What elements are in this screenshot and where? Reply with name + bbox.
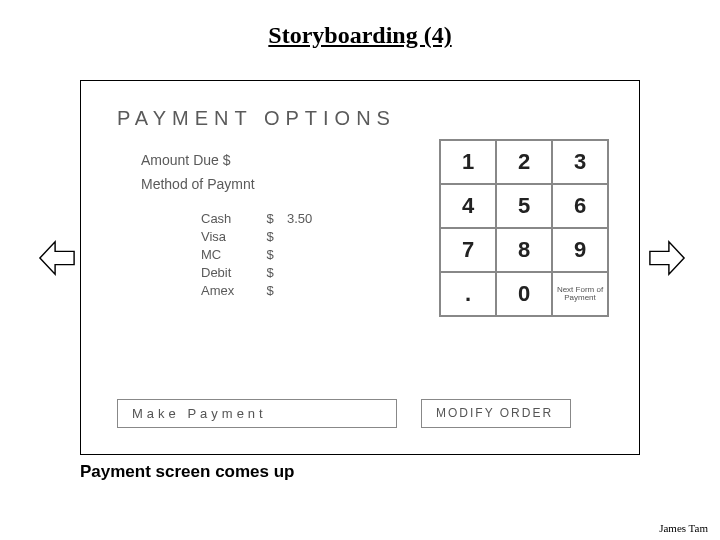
keypad-key[interactable]: 5 bbox=[496, 184, 552, 228]
method-row: Cash$3.50 bbox=[201, 211, 327, 226]
storyboard-frame: PAYMENT OPTIONS Amount Due $ Method of P… bbox=[80, 80, 640, 455]
keypad-key[interactable]: . bbox=[440, 272, 496, 316]
panel-heading: PAYMENT OPTIONS bbox=[117, 107, 396, 130]
keypad-key-next[interactable]: Next Form of Payment bbox=[552, 272, 608, 316]
keypad-key[interactable]: 0 bbox=[496, 272, 552, 316]
keypad-key[interactable]: 3 bbox=[552, 140, 608, 184]
frame-caption: Payment screen comes up bbox=[80, 462, 294, 482]
keypad-key[interactable]: 1 bbox=[440, 140, 496, 184]
keypad-key[interactable]: 7 bbox=[440, 228, 496, 272]
method-row: MC$ bbox=[201, 247, 327, 262]
keypad-key[interactable]: 6 bbox=[552, 184, 608, 228]
keypad-key[interactable]: 8 bbox=[496, 228, 552, 272]
method-row: Debit$ bbox=[201, 265, 327, 280]
prev-arrow-icon[interactable] bbox=[38, 234, 76, 282]
amount-due-label: Amount Due $ bbox=[141, 151, 255, 169]
author-credit: James Tam bbox=[659, 522, 708, 534]
keypad-key[interactable]: 2 bbox=[496, 140, 552, 184]
make-payment-button[interactable]: Make Payment bbox=[117, 399, 397, 428]
keypad-key[interactable]: 9 bbox=[552, 228, 608, 272]
modify-order-button[interactable]: MODIFY ORDER bbox=[421, 399, 571, 428]
method-row: Visa$ bbox=[201, 229, 327, 244]
keypad-key[interactable]: 4 bbox=[440, 184, 496, 228]
method-label: Method of Paymnt bbox=[141, 175, 255, 193]
next-arrow-icon[interactable] bbox=[648, 234, 686, 282]
keypad: 1 2 3 4 5 6 7 8 9 . 0 Next Form of Payme… bbox=[439, 139, 609, 317]
slide-title: Storyboarding (4) bbox=[0, 0, 720, 49]
payment-methods: Cash$3.50 Visa$ MC$ Debit$ Amex$ bbox=[201, 211, 327, 301]
method-row: Amex$ bbox=[201, 283, 327, 298]
